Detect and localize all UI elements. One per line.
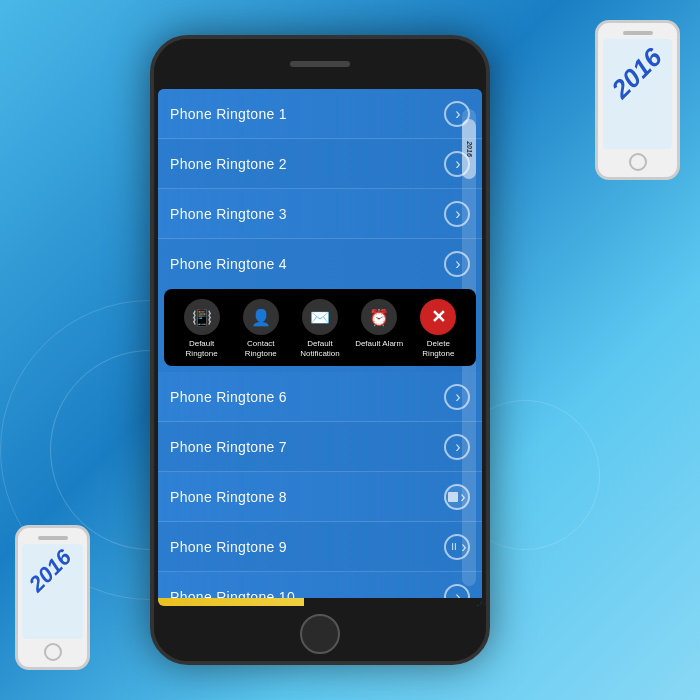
context-label: Default Ringtone bbox=[174, 339, 230, 358]
context-label: Contact Ringtone bbox=[233, 339, 289, 358]
progress-bar-area bbox=[158, 598, 482, 606]
ringtone-list: Phone Ringtone 1 Phone Ringtone 2 Phone … bbox=[158, 89, 482, 598]
list-item[interactable]: Phone Ringtone 6 bbox=[158, 372, 482, 422]
list-item[interactable]: Phone Ringtone 10 bbox=[158, 572, 482, 598]
list-item[interactable]: Phone Ringtone 3 bbox=[158, 189, 482, 239]
list-item[interactable]: Phone Ringtone 9 ⏸ bbox=[158, 522, 482, 572]
ringtone-text: Phone Ringtone 1 bbox=[170, 106, 444, 122]
ringtone-text: Phone Ringtone 2 bbox=[170, 156, 444, 172]
ringtone-text: Phone Ringtone 7 bbox=[170, 439, 444, 455]
list-item[interactable]: Phone Ringtone 4 📳 Default Ringtone 👤 Co… bbox=[158, 239, 482, 372]
contact-icon: 👤 bbox=[243, 299, 279, 335]
context-delete-ringtone[interactable]: ✕ Delete Ringtone bbox=[410, 299, 466, 358]
phone-home-deco bbox=[629, 153, 647, 171]
list-item[interactable]: Phone Ringtone 8 bbox=[158, 472, 482, 522]
context-contact-ringtone[interactable]: 👤 Contact Ringtone bbox=[233, 299, 289, 358]
progress-bar-fill bbox=[158, 598, 304, 606]
phone-home-deco-bl bbox=[44, 643, 62, 661]
list-item[interactable]: Phone Ringtone 2 bbox=[158, 139, 482, 189]
notification-icon: ✉️ bbox=[302, 299, 338, 335]
ringtone-text: Phone Ringtone 10 bbox=[170, 589, 444, 598]
phone-top-bar bbox=[154, 39, 486, 89]
phone-decoration-bottom-left: 2016 bbox=[15, 525, 90, 670]
list-item[interactable]: Phone Ringtone 1 bbox=[158, 89, 482, 139]
context-default-ringtone[interactable]: 📳 Default Ringtone bbox=[174, 299, 230, 358]
stop-icon bbox=[448, 492, 458, 502]
ringtone-arrow-10[interactable] bbox=[444, 584, 470, 598]
context-default-alarm[interactable]: ⏰ Default Alarm bbox=[351, 299, 407, 349]
context-default-notification[interactable]: ✉️ Default Notification bbox=[292, 299, 348, 358]
ringtone-text: Phone Ringtone 3 bbox=[170, 206, 444, 222]
playing-icon: ⏸ bbox=[449, 541, 459, 552]
ringtone-text: Phone Ringtone 6 bbox=[170, 389, 444, 405]
alarm-icon: ⏰ bbox=[361, 299, 397, 335]
main-phone-speaker bbox=[290, 61, 350, 67]
ringtone-text: Phone Ringtone 4 bbox=[170, 256, 444, 272]
phone-vibrate-icon: 📳 bbox=[184, 299, 220, 335]
phone-bottom-bar bbox=[154, 606, 486, 661]
scroll-label: 2016 bbox=[466, 141, 473, 157]
ringtone-text: Phone Ringtone 8 bbox=[170, 489, 444, 505]
context-menu: 📳 Default Ringtone 👤 Contact Ringtone ✉️… bbox=[164, 289, 476, 366]
screen-content: Phone Ringtone 1 Phone Ringtone 2 Phone … bbox=[158, 89, 482, 606]
phone-speaker bbox=[623, 31, 653, 35]
phone-decoration-top-right: 2016 bbox=[595, 20, 680, 180]
context-label: Default Notification bbox=[292, 339, 348, 358]
phone-speaker-bl bbox=[38, 536, 68, 540]
main-phone: Phone Ringtone 1 Phone Ringtone 2 Phone … bbox=[150, 35, 490, 665]
list-item[interactable]: Phone Ringtone 7 bbox=[158, 422, 482, 472]
context-label: Default Alarm bbox=[355, 339, 403, 349]
phone-screen: Phone Ringtone 1 Phone Ringtone 2 Phone … bbox=[158, 89, 482, 606]
delete-icon: ✕ bbox=[420, 299, 456, 335]
ringtone-text: Phone Ringtone 9 bbox=[170, 539, 444, 555]
context-label: Delete Ringtone bbox=[410, 339, 466, 358]
phone-home-button[interactable] bbox=[300, 614, 340, 654]
scroll-thumb[interactable]: 2016 bbox=[462, 119, 476, 179]
